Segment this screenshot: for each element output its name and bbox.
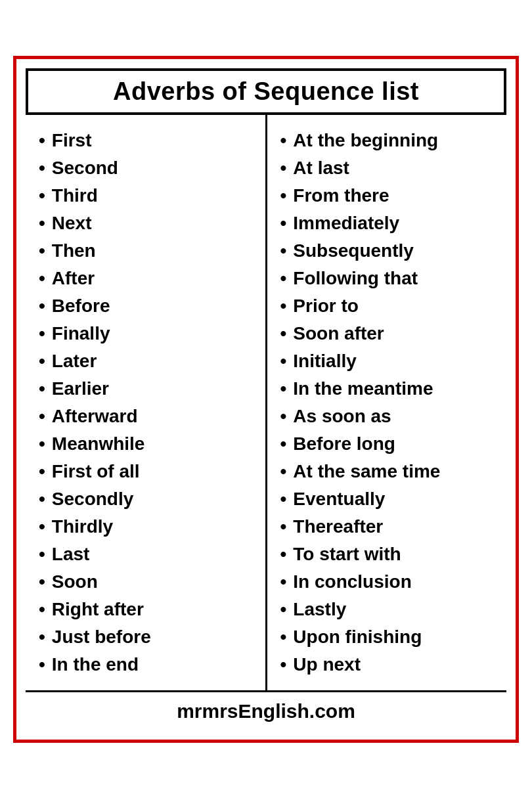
list-item: Before [39, 292, 259, 320]
right-column: At the beginningAt lastFrom thereImmedia… [267, 115, 507, 690]
list-item: In the meantime [280, 375, 500, 403]
list-item: At the beginning [280, 127, 500, 154]
left-list: FirstSecondThirdNextThenAfterBeforeFinal… [39, 127, 259, 678]
list-item: Immediately [280, 210, 500, 237]
list-item: Subsequently [280, 237, 500, 265]
footer: mrmrsEnglish.com [26, 690, 506, 730]
list-item: Eventually [280, 485, 500, 513]
list-item: After [39, 265, 259, 292]
list-item: Earlier [39, 375, 259, 403]
list-item: Just before [39, 623, 259, 651]
list-item: Secondly [39, 485, 259, 513]
list-item: Finally [39, 320, 259, 347]
list-item: Right after [39, 596, 259, 623]
list-item: Soon after [280, 320, 500, 347]
list-item: First of all [39, 458, 259, 485]
list-item: Thereafter [280, 513, 500, 541]
list-item: Afterward [39, 403, 259, 430]
list-item: Third [39, 182, 259, 210]
list-item: Up next [280, 651, 500, 678]
list-item: To start with [280, 541, 500, 568]
list-item: Meanwhile [39, 430, 259, 458]
list-item: Then [39, 237, 259, 265]
list-item: Second [39, 154, 259, 182]
list-item: In the end [39, 651, 259, 678]
list-item: Next [39, 210, 259, 237]
list-item: First [39, 127, 259, 154]
list-item: Following that [280, 265, 500, 292]
list-item: As soon as [280, 403, 500, 430]
list-item: Prior to [280, 292, 500, 320]
list-item: In conclusion [280, 568, 500, 596]
left-column: FirstSecondThirdNextThenAfterBeforeFinal… [26, 115, 267, 690]
list-item: At the same time [280, 458, 500, 485]
main-card: Adverbs of Sequence list FirstSecondThir… [13, 56, 519, 743]
list-item: Soon [39, 568, 259, 596]
title-box: Adverbs of Sequence list [26, 68, 506, 115]
list-item: Before long [280, 430, 500, 458]
list-item: Last [39, 541, 259, 568]
list-item: At last [280, 154, 500, 182]
page-title: Adverbs of Sequence list [39, 78, 493, 106]
footer-text: mrmrsEnglish.com [177, 700, 355, 722]
list-item: Upon finishing [280, 623, 500, 651]
list-item: Initially [280, 347, 500, 375]
list-item: Thirdly [39, 513, 259, 541]
right-list: At the beginningAt lastFrom thereImmedia… [280, 127, 500, 678]
list-item: Lastly [280, 596, 500, 623]
content-area: FirstSecondThirdNextThenAfterBeforeFinal… [26, 115, 506, 690]
list-item: Later [39, 347, 259, 375]
list-item: From there [280, 182, 500, 210]
